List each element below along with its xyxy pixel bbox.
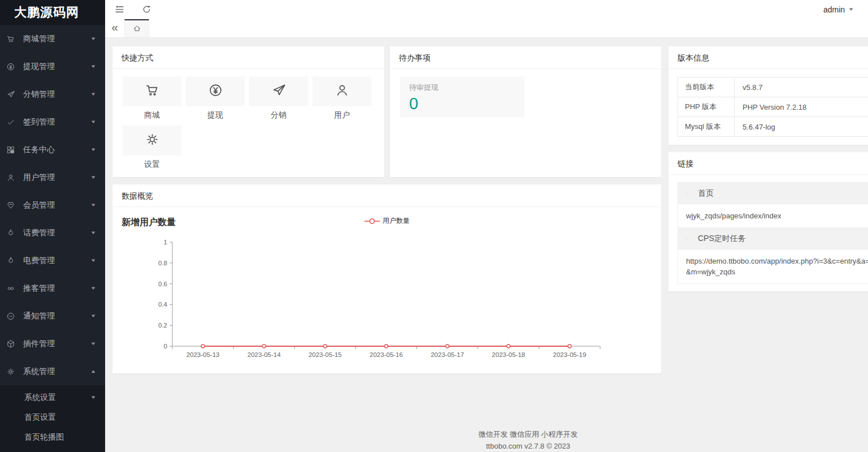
svg-text:2023-05-17: 2023-05-17 — [431, 351, 464, 358]
svg-text:0.4: 0.4 — [158, 301, 168, 308]
data-point-marker — [385, 345, 388, 348]
link-panel-title: 首页 — [698, 188, 714, 199]
app-root: 大鹏源码网 商城管理▼提现管理▼分销管理▼签到管理▼任务中心▼用户管理▼会员管理… — [0, 0, 868, 452]
sidebar-item-users[interactable]: 用户管理▼ — [0, 163, 105, 191]
sidebar-item-tasks[interactable]: 任务中心▼ — [0, 136, 105, 163]
svg-text:2023-05-18: 2023-05-18 — [492, 351, 525, 358]
gem-icon — [6, 201, 18, 210]
sidebar-item-withdraw[interactable]: 提现管理▼ — [0, 53, 105, 80]
sidebar-item-label: 电费管理 — [23, 256, 91, 266]
version-value: PHP Version 7.2.18 — [735, 97, 868, 117]
todo-card-title: 待办事项 — [390, 46, 661, 69]
legend-line-marker-icon — [364, 218, 380, 225]
shortcut-grid: 商城提现分销用户设置 — [112, 69, 384, 177]
sidebar-item-label: 分销管理 — [23, 89, 91, 100]
sidebar-item-label: 插件管理 — [23, 339, 91, 349]
version-row: 当前版本v5.8.7 — [678, 78, 868, 97]
username-label: admin — [823, 5, 845, 14]
flame-icon — [6, 256, 18, 265]
sidebar-item-label: 会员管理 — [23, 200, 91, 210]
main-area: admin ▼ « 快捷方式 商城提现分销用户设置 待办事项 — [105, 0, 868, 452]
check-icon — [6, 118, 18, 127]
user-dropdown[interactable]: admin ▼ — [823, 5, 853, 14]
data-overview-card: 数据概览 新增用户数量 用户数量 00.20.40.60.812023-05-1… — [112, 184, 661, 373]
sidebar-item-distribution[interactable]: 分销管理▼ — [0, 80, 105, 108]
gear-icon — [6, 367, 18, 376]
chart-title: 新增用户数量 — [121, 217, 176, 227]
caret-down-icon: ▼ — [848, 7, 854, 12]
chart-canvas: 00.20.40.60.812023-05-132023-05-142023-0… — [135, 234, 632, 363]
footer: 微信开发 微信应用 小程序开发 ttbobo.com v2.7.8 © 2023 — [112, 428, 868, 452]
home-icon — [133, 24, 141, 33]
brand-logo[interactable]: 大鹏源码网 — [0, 0, 105, 25]
shortcut-label: 商城 — [123, 110, 181, 120]
caret-down-icon: ▼ — [90, 64, 96, 69]
version-card: 版本信息 当前版本v5.8.7PHP 版本PHP Version 7.2.18M… — [669, 46, 868, 145]
shortcut-withdraw[interactable]: 提现 — [186, 76, 245, 120]
caret-down-icon: ▼ — [90, 230, 96, 235]
svg-text:0: 0 — [164, 343, 167, 350]
caret-up-icon: ▲ — [90, 369, 96, 374]
sidebar-item-promoter[interactable]: 推客管理▼ — [0, 274, 105, 302]
cart-icon — [145, 83, 160, 100]
caret-down-icon: ▼ — [90, 92, 96, 97]
caret-down-icon: ▼ — [90, 203, 96, 208]
version-key: Mysql 版本 — [678, 117, 735, 137]
sidebar-item-phone-fee[interactable]: 话费管理▼ — [0, 219, 105, 247]
svg-text:2023-05-19: 2023-05-19 — [553, 351, 587, 358]
sidebar-item-system[interactable]: 系统管理▲ — [0, 358, 105, 385]
user-icon — [6, 173, 18, 182]
caret-down-icon: ▼ — [90, 395, 96, 400]
shortcut-settings[interactable]: 设置 — [123, 126, 181, 170]
shortcut-mall[interactable]: 商城 — [123, 76, 181, 120]
link-panel-header[interactable]: CPS定时任务 — [678, 228, 868, 249]
svg-text:1: 1 — [164, 239, 167, 246]
sidebar-item-label: 提现管理 — [23, 62, 91, 72]
sidebar-item-label: 用户管理 — [23, 173, 91, 183]
sidebar-subitem-system-settings[interactable]: 系统设置▼ — [0, 388, 105, 407]
shortcut-tile-mall — [123, 76, 181, 106]
sidebar-item-members[interactable]: 会员管理▼ — [0, 191, 105, 219]
caret-down-icon: ▼ — [90, 36, 96, 41]
version-value: v5.8.7 — [735, 78, 868, 97]
sidebar-item-label: 通知管理 — [23, 311, 91, 321]
yen-icon — [208, 83, 223, 100]
version-card-title: 版本信息 — [669, 46, 868, 69]
shortcuts-card: 快捷方式 商城提现分销用户设置 — [112, 46, 384, 177]
pending-withdraw-tile[interactable]: 待审提现 0 — [400, 76, 524, 117]
chart-legend-item[interactable]: 用户数量 — [364, 216, 410, 226]
link-panel-header[interactable]: 首页 — [678, 183, 868, 204]
tab-home[interactable] — [124, 19, 149, 37]
sidebar-item-label: 系统管理 — [23, 367, 91, 377]
sidebar-item-electric-fee[interactable]: 电费管理▼ — [0, 247, 105, 274]
tab-bar: « — [105, 19, 868, 38]
chart-head: 新增用户数量 用户数量 — [112, 207, 661, 230]
links-accordion: 首页wjyk_zqds/pages/index/indexCPS定时任务http… — [678, 182, 868, 284]
sidebar-subitem-home-settings[interactable]: 首页设置 — [0, 407, 105, 427]
topbar: admin ▼ — [105, 0, 868, 19]
overview-card-title: 数据概览 — [112, 184, 661, 207]
send-icon — [271, 83, 287, 100]
data-point-marker — [323, 345, 327, 348]
todo-body: 待审提现 0 — [390, 69, 661, 124]
notice-icon — [6, 312, 18, 321]
footer-line1: 微信开发 微信应用 小程序开发 — [112, 428, 868, 440]
sidebar-subitem-home-carousel[interactable]: 首页轮播图 — [0, 427, 105, 447]
caret-down-icon: ▼ — [90, 286, 96, 291]
sidebar-subitem-label: 首页设置 — [24, 412, 96, 423]
sidebar-item-mall[interactable]: 商城管理▼ — [0, 25, 105, 53]
shortcut-users[interactable]: 用户 — [313, 76, 371, 120]
refresh-icon[interactable] — [140, 3, 153, 16]
sidebar-item-signin[interactable]: 签到管理▼ — [0, 108, 105, 136]
collapse-sidebar-icon[interactable] — [113, 3, 125, 16]
sidebar-item-plugins[interactable]: 插件管理▼ — [0, 330, 105, 358]
links-card: 链接 首页wjyk_zqds/pages/index/indexCPS定时任务h… — [669, 152, 868, 291]
svg-text:2023-05-14: 2023-05-14 — [248, 351, 281, 358]
tabs-collapse-left-icon[interactable]: « — [105, 19, 124, 37]
shortcut-distribution[interactable]: 分销 — [249, 76, 308, 120]
topbar-left — [113, 3, 153, 16]
caret-down-icon: ▼ — [90, 147, 96, 152]
shortcut-tile-users — [313, 76, 371, 106]
sidebar-item-notice[interactable]: 通知管理▼ — [0, 302, 105, 330]
shortcut-label: 用户 — [313, 110, 371, 120]
